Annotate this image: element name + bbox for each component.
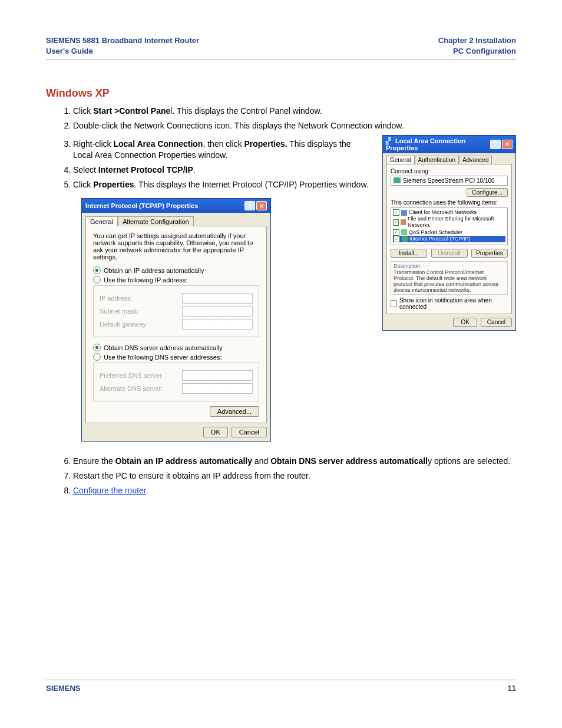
tab-alt-config[interactable]: Alternate Configuration <box>118 216 194 226</box>
tcpip-body: General Alternate Configuration You can … <box>82 213 270 441</box>
page: SIEMENS 5881 Broadband Internet Router U… <box>0 0 562 728</box>
description-header: Description <box>394 263 505 269</box>
titlebar-buttons: ? ✕ <box>244 201 267 210</box>
list-item: ✓File and Printer Sharing for Microsoft … <box>393 216 505 229</box>
step-1: Click Start >Control Panel. This display… <box>73 106 516 117</box>
alt-dns-label: Alternate DNS server: <box>100 385 163 392</box>
ip-address-label: IP address: <box>100 295 132 302</box>
subnet-mask-label: Subnet mask: <box>100 308 139 315</box>
chapter-title: Chapter 2 Installation <box>438 36 516 45</box>
close-icon[interactable]: ✕ <box>256 201 267 210</box>
lac-body: General Authentication Advanced Connect … <box>383 153 515 330</box>
steps-with-figure: Right-click Local Area Connection, then … <box>46 135 516 453</box>
step-7: Restart the PC to ensure it obtains an I… <box>73 470 516 482</box>
radio-dot-icon <box>93 344 101 351</box>
gateway-input[interactable]: ... <box>182 319 253 330</box>
step-8: Configure the router. <box>73 485 516 496</box>
step-4: Select Internet Protocol TCP/IP. <box>73 164 372 176</box>
client-icon <box>401 210 407 216</box>
list-item: ✓QoS Packet Scheduler <box>393 229 505 236</box>
tcpip-panel: You can get IP settings assigned automat… <box>85 226 267 423</box>
lac-title: Local Area Connection Properties <box>386 137 465 151</box>
radio-circle-icon <box>93 276 101 284</box>
share-icon <box>401 219 406 225</box>
list-item-selected: ✓Internet Protocol (TCP/IP) <box>393 236 505 242</box>
header-left: SIEMENS 5881 Broadband Internet Router U… <box>46 35 199 56</box>
radio-dot-icon <box>93 266 101 274</box>
steps-list-6-8: Ensure the Obtain an IP address automati… <box>46 456 516 496</box>
help-icon[interactable]: ? <box>490 140 501 149</box>
list-item: ✓Client for Microsoft Networks <box>393 209 505 216</box>
alt-dns-input[interactable]: ... <box>182 383 253 394</box>
subnet-mask-input[interactable]: ... <box>182 306 253 317</box>
ok-button[interactable]: OK <box>453 318 477 327</box>
qos-icon <box>401 229 407 235</box>
ok-button[interactable]: OK <box>203 427 228 437</box>
tcpip-tabs: General Alternate Configuration <box>85 216 267 226</box>
radio-manual-ip[interactable]: Use the following IP address: <box>93 276 259 284</box>
tcpip-dialog: Internet Protocol (TCP/IP) Properties ? … <box>81 198 271 442</box>
tab-general[interactable]: General <box>386 156 415 164</box>
network-icon: ▞ <box>386 137 393 144</box>
lac-panel: Connect using: Siemens SpeedStream PCI 1… <box>386 164 512 314</box>
steps-list-3-5: Right-click Local Area Connection, then … <box>46 139 372 190</box>
dns-group: Preferred DNS server:... Alternate DNS s… <box>93 363 259 401</box>
tcpip-intro: You can get IP settings assigned automat… <box>93 232 259 261</box>
checkbox-icon[interactable]: ✓ <box>393 209 399 216</box>
step-5: Click Properties. This displays the Inte… <box>73 179 372 190</box>
tcpip-icon <box>402 236 408 242</box>
ip-address-input[interactable]: ... <box>182 293 253 304</box>
tab-general[interactable]: General <box>85 216 118 226</box>
step-6: Ensure the Obtain an IP address automati… <box>73 456 516 467</box>
ip-group: IP address:... Subnet mask:... Default g… <box>93 285 259 337</box>
help-icon[interactable]: ? <box>244 201 255 210</box>
uninstall-button[interactable]: Uninstall <box>431 249 468 258</box>
show-icon-checkbox[interactable]: Show icon in notification area when conn… <box>391 297 508 310</box>
header-right: Chapter 2 Installation PC Configuration <box>438 35 516 56</box>
checkbox-icon[interactable]: ✓ <box>393 229 399 236</box>
connect-using-label: Connect using: <box>391 168 508 174</box>
nic-field: Siemens SpeedStream PCI 10/100 <box>391 176 508 186</box>
advanced-button[interactable]: Advanced... <box>210 406 259 417</box>
doc-subtitle: User's Guide <box>46 47 93 55</box>
checkbox-icon[interactable]: ✓ <box>394 236 400 242</box>
lac-dialog: ▞Local Area Connection Properties ? ✕ Ge… <box>382 135 516 331</box>
uses-label: This connection uses the following items… <box>391 199 508 206</box>
cancel-button[interactable]: Cancel <box>232 427 267 437</box>
properties-button[interactable]: Properties <box>471 249 508 258</box>
gateway-label: Default gateway: <box>100 321 148 328</box>
page-footer: SIEMENS 11 <box>46 680 516 693</box>
install-button[interactable]: Install... <box>391 249 427 258</box>
configure-button[interactable]: Configure... <box>467 188 508 197</box>
items-list[interactable]: ✓Client for Microsoft Networks ✓File and… <box>391 207 508 245</box>
page-header: SIEMENS 5881 Broadband Internet Router U… <box>46 35 516 60</box>
section-title: Windows XP <box>46 87 516 100</box>
tab-advanced[interactable]: Advanced <box>459 156 492 164</box>
checkbox-icon <box>391 300 397 307</box>
radio-manual-dns[interactable]: Use the following DNS server addresses: <box>93 353 259 361</box>
radio-circle-icon <box>93 353 101 361</box>
footer-brand: SIEMENS <box>46 684 81 693</box>
configure-router-link[interactable]: Configure the router <box>73 486 146 495</box>
radio-auto-dns[interactable]: Obtain DNS server address automatically <box>93 344 259 351</box>
nic-icon <box>394 177 401 183</box>
close-icon[interactable]: ✕ <box>502 140 513 149</box>
tcpip-titlebar: Internet Protocol (TCP/IP) Properties ? … <box>82 199 270 213</box>
step-3: Right-click Local Area Connection, then … <box>73 139 372 161</box>
pref-dns-input[interactable]: ... <box>182 370 253 381</box>
tcpip-dialog-figure: Internet Protocol (TCP/IP) Properties ? … <box>81 198 372 442</box>
pref-dns-label: Preferred DNS server: <box>100 372 164 379</box>
steps-list-1-2: Click Start >Control Panel. This display… <box>46 106 516 131</box>
lac-titlebar: ▞Local Area Connection Properties ? ✕ <box>383 136 515 153</box>
cancel-button[interactable]: Cancel <box>481 318 512 327</box>
tcpip-title: Internet Protocol (TCP/IP) Properties <box>85 202 198 209</box>
description-text: Transmission Control Protocol/Internet P… <box>394 269 505 293</box>
doc-title: SIEMENS 5881 Broadband Internet Router <box>46 36 199 45</box>
checkbox-icon[interactable]: ✓ <box>393 219 399 226</box>
page-number: 11 <box>508 684 516 693</box>
radio-auto-ip[interactable]: Obtain an IP address automatically <box>93 266 259 274</box>
step-2: Double-click the Network Connections ico… <box>73 120 516 131</box>
description-box: Description Transmission Control Protoco… <box>391 261 508 295</box>
chapter-subtitle: PC Configuration <box>453 47 516 55</box>
tab-authentication[interactable]: Authentication <box>415 156 459 164</box>
